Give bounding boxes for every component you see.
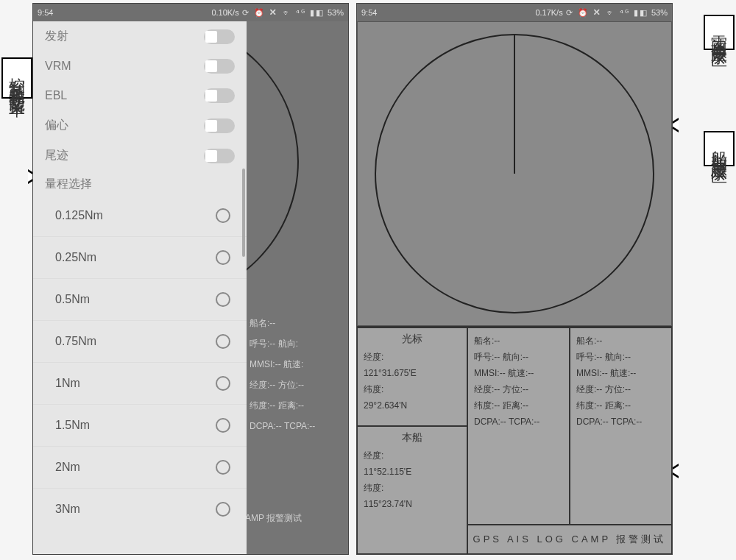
frag-line: 经度:-- 方位:-- (250, 375, 315, 395)
radio-icon[interactable] (216, 460, 230, 475)
toggle-vrm[interactable]: VRM (33, 52, 247, 81)
ais-name: 船名:-- (576, 333, 665, 349)
range-label: 1.5Nm (55, 419, 90, 432)
range-option[interactable]: 2Nm (33, 447, 247, 489)
phone-right: 9:54 0.17K/s ⟳ ⏰ ✕ ᯤ ⁴ᴳ ▮◧ 53% 光标 经度: 12… (356, 3, 673, 555)
ais-spd: 航速:-- (508, 368, 534, 378)
range-option[interactable]: 0.25Nm (33, 237, 247, 279)
control-menu-scroll[interactable]: 发射 VRM EBL 偏心 (33, 21, 247, 554)
ais-mmsi: MMSI:-- (576, 368, 608, 378)
status-battery: 53% (651, 8, 668, 17)
range-label: 0.25Nm (55, 251, 96, 264)
range-label: 0.125Nm (55, 209, 103, 222)
radio-icon[interactable] (216, 418, 230, 433)
toggle-transmit[interactable]: 发射 (33, 21, 247, 52)
range-label: 0.75Nm (55, 335, 96, 348)
toggle-label: 偏心 (45, 118, 68, 133)
switch-icon[interactable] (204, 149, 235, 163)
own-ship-box: 本船 经度: 11°52.115'E 纬度: 115°23.74'N (357, 426, 467, 554)
toggle-ebl[interactable]: EBL (33, 81, 247, 110)
toggle-label: VRM (45, 60, 71, 73)
scrollbar[interactable] (242, 169, 245, 257)
ais-lat: 纬度:-- (576, 400, 602, 411)
own-lon-val: 11°52.115'E (364, 464, 461, 480)
radio-icon[interactable] (216, 376, 230, 391)
radio-icon[interactable] (216, 334, 230, 349)
phone1-background[interactable]: 船名:-- 呼号:-- 航向: MMSI:-- 航速: 经度:-- 方位:-- … (247, 21, 348, 554)
ais-tcpa: TCPA:-- (509, 417, 539, 427)
annotation-radar-area: 雷达图像显示区 (704, 15, 735, 50)
range-option[interactable]: 0.75Nm (33, 321, 247, 363)
switch-icon[interactable] (204, 59, 235, 74)
ship-info-area: 光标 经度: 121°31.675'E 纬度: 29°2.634'N 本船 经度… (357, 326, 672, 554)
radar-arc-icon (247, 21, 305, 308)
switch-icon[interactable] (204, 118, 235, 133)
range-label: 3Nm (55, 503, 80, 516)
bottom-buttons-label: GPS AIS LOG CAMP 报警测试 (473, 533, 667, 546)
status-icons: ⟳ ⏰ ✕ ᯤ ⁴ᴳ ▮◧ (242, 8, 325, 18)
info-fragment: 船名:-- 呼号:-- 航向: MMSI:-- 航速: 经度:-- 方位:-- … (247, 308, 319, 441)
range-label: 2Nm (55, 461, 80, 474)
radio-icon[interactable] (216, 250, 230, 265)
frag-line: DCPA:-- TCPA:-- (250, 416, 315, 436)
ais-target-2: 船名:-- 呼号:-- 航向:-- MMSI:-- 航速:-- 经度:-- 方位… (570, 327, 672, 525)
svg-point-0 (247, 21, 298, 301)
bottom-fragment: AMP 报警测试 (247, 512, 302, 525)
ais-spd: 航速:-- (610, 368, 636, 378)
ais-lat: 纬度:-- (474, 400, 500, 411)
cursor-lon-label: 经度: (364, 349, 461, 365)
frag-line: MMSI:-- 航速: (250, 354, 315, 375)
phone2-body: 光标 经度: 121°31.675'E 纬度: 29°2.634'N 本船 经度… (357, 21, 672, 554)
ais-call: 呼号:-- (576, 352, 602, 362)
cursor-box: 光标 经度: 121°31.675'E 纬度: 29°2.634'N (357, 327, 467, 426)
range-option[interactable]: 1.5Nm (33, 405, 247, 447)
phone-left: 9:54 0.10K/s ⟳ ⏰ ✕ ᯤ ⁴ᴳ ▮◧ 53% 发射 VRM (32, 3, 349, 555)
cursor-lat-val: 29°2.634'N (364, 397, 461, 414)
radar-display[interactable] (357, 21, 672, 326)
switch-icon[interactable] (204, 29, 235, 44)
heading-line-icon (514, 34, 515, 174)
range-section-label: 量程选择 (33, 171, 247, 195)
radio-icon[interactable] (216, 208, 230, 223)
ais-dist: 距离:-- (605, 400, 631, 411)
status-battery: 53% (328, 8, 344, 17)
frag-line: 船名:-- (250, 313, 315, 333)
ais-brg: 方位:-- (503, 384, 528, 394)
range-option[interactable]: 0.125Nm (33, 195, 247, 237)
own-lon-label: 经度: (364, 447, 461, 464)
ais-hdg: 航向:-- (605, 352, 631, 362)
range-option[interactable]: 0.5Nm (33, 279, 247, 321)
status-icons: ⟳ ⏰ ✕ ᯤ ⁴ᴳ ▮◧ (566, 8, 648, 18)
status-speed: 0.10K/s (211, 8, 238, 17)
switch-icon[interactable] (204, 88, 235, 103)
ais-tcpa: TCPA:-- (611, 417, 642, 427)
ais-mmsi: MMSI:-- (474, 368, 506, 378)
phone1-body: 发射 VRM EBL 偏心 (33, 21, 348, 554)
range-option[interactable]: 1Nm (33, 363, 247, 405)
range-option[interactable]: 3Nm (33, 489, 247, 530)
own-title: 本船 (364, 431, 461, 444)
status-bar: 9:54 0.10K/s ⟳ ⏰ ✕ ᯤ ⁴ᴳ ▮◧ 53% (33, 4, 348, 21)
toggle-trails[interactable]: 尾迹 (33, 141, 247, 171)
cursor-lat-label: 纬度: (364, 381, 461, 397)
annotation-info-area: 船舶信息显示区 (704, 131, 735, 166)
radio-icon[interactable] (216, 292, 230, 307)
annotation-control-menu: 控制菜单和功能菜单 (1, 57, 32, 99)
ais-brg: 方位:-- (605, 384, 631, 394)
bottom-button-row[interactable]: GPS AIS LOG CAMP 报警测试 (467, 525, 672, 554)
annotation-left-col: 控制菜单和功能菜单 (1, 57, 32, 99)
cursor-title: 光标 (364, 333, 461, 346)
toggle-offset[interactable]: 偏心 (33, 110, 247, 141)
annotation-right-col: 雷达图像显示区 船舶信息显示区 (704, 15, 735, 166)
ais-name: 船名:-- (474, 333, 563, 349)
toggle-label: EBL (45, 89, 67, 102)
ais-lon: 经度:-- (576, 384, 602, 394)
status-speed: 0.17K/s (535, 8, 562, 17)
control-menu-drawer[interactable]: 发射 VRM EBL 偏心 (33, 21, 247, 554)
toggle-label: 尾迹 (45, 148, 68, 163)
status-time: 9:54 (361, 8, 377, 17)
frag-line: 纬度:-- 距离:-- (250, 395, 315, 416)
ais-lon: 经度:-- (474, 384, 500, 394)
radio-icon[interactable] (216, 502, 230, 517)
own-lat-label: 纬度: (364, 480, 461, 496)
